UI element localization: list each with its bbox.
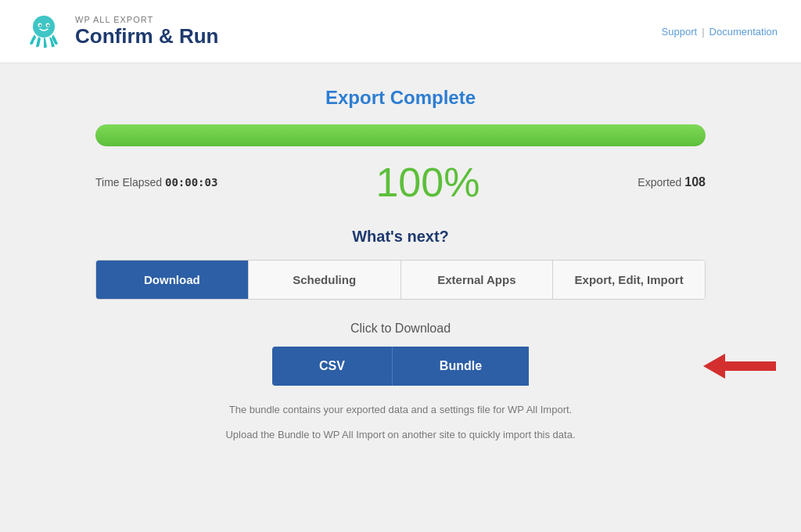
support-link[interactable]: Support bbox=[662, 26, 698, 38]
page-container: WP ALL EXPORT Confirm & Run Support | Do… bbox=[0, 0, 801, 532]
svg-point-3 bbox=[39, 24, 41, 26]
progress-bar-fill bbox=[95, 124, 706, 146]
logo-title: Confirm & Run bbox=[75, 24, 218, 49]
bundle-description-line2: Upload the Bundle to WP All Import on an… bbox=[95, 426, 706, 444]
header: WP ALL EXPORT Confirm & Run Support | Do… bbox=[0, 0, 801, 63]
arrow-head-icon bbox=[703, 354, 725, 379]
stats-left: Time Elapsed 00:00:03 bbox=[95, 176, 217, 189]
download-buttons-row: CSV Bundle bbox=[95, 347, 706, 386]
tab-download[interactable]: Download bbox=[96, 261, 249, 299]
logo-text: WP ALL EXPORT Confirm & Run bbox=[75, 15, 218, 49]
svg-point-4 bbox=[47, 24, 48, 26]
percentage-display: 100% bbox=[375, 159, 480, 206]
click-to-download-label: Click to Download bbox=[95, 322, 706, 336]
export-complete-title: Export Complete bbox=[95, 87, 706, 109]
exported-count: 108 bbox=[684, 175, 706, 189]
octopus-logo-icon bbox=[23, 11, 64, 52]
bundle-download-button[interactable]: Bundle bbox=[393, 347, 529, 386]
arrow-body bbox=[725, 361, 776, 371]
main-content: Export Complete Time Elapsed 00:00:03 10… bbox=[48, 63, 753, 467]
bundle-description-line1: The bundle contains your exported data a… bbox=[95, 401, 706, 419]
header-links: Support | Documentation bbox=[662, 26, 778, 38]
time-elapsed-label: Time Elapsed bbox=[95, 176, 162, 189]
tabs-container: Download Scheduling External Apps Export… bbox=[95, 260, 706, 300]
timer-value: 00:00:03 bbox=[165, 176, 217, 189]
documentation-link[interactable]: Documentation bbox=[709, 26, 778, 38]
tab-export-edit-import[interactable]: Export, Edit, Import bbox=[553, 261, 705, 299]
csv-download-button[interactable]: CSV bbox=[272, 347, 393, 386]
tab-scheduling[interactable]: Scheduling bbox=[249, 261, 401, 299]
svg-point-0 bbox=[33, 16, 55, 38]
logo-subtitle: WP ALL EXPORT bbox=[75, 15, 218, 24]
logo-area: WP ALL EXPORT Confirm & Run bbox=[23, 11, 218, 52]
download-section: Click to Download CSV Bundle The bundle … bbox=[95, 322, 706, 444]
bundle-arrow-indicator bbox=[703, 354, 776, 379]
whats-next-title: What's next? bbox=[95, 228, 706, 246]
stats-row: Time Elapsed 00:00:03 100% Exported 108 bbox=[95, 159, 706, 206]
link-separator: | bbox=[702, 26, 704, 38]
stats-right: Exported 108 bbox=[638, 175, 706, 189]
exported-label: Exported bbox=[638, 176, 681, 189]
progress-bar-container bbox=[95, 124, 706, 146]
tab-external-apps[interactable]: External Apps bbox=[401, 261, 554, 299]
